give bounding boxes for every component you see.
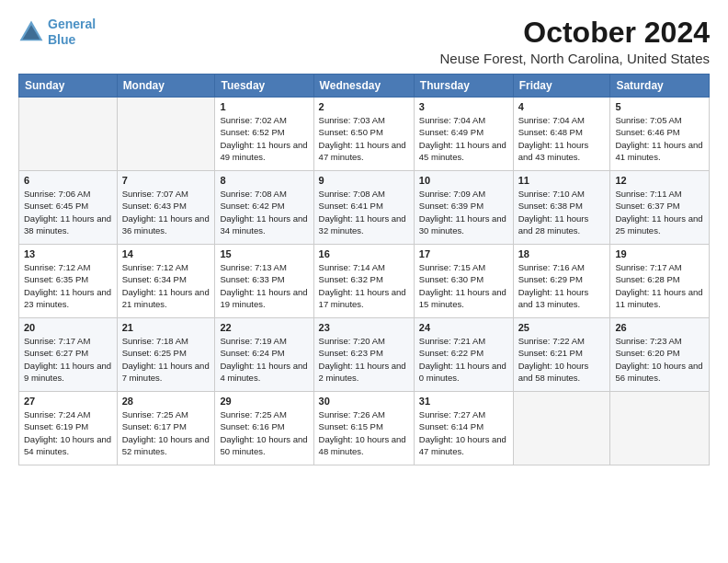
day-number: 29 xyxy=(220,396,308,407)
day-number: 12 xyxy=(615,175,704,186)
subtitle: Neuse Forest, North Carolina, United Sta… xyxy=(440,51,710,66)
day-number: 27 xyxy=(24,396,112,407)
day-header-wednesday: Wednesday xyxy=(313,75,414,98)
calendar-cell: 17Sunrise: 7:15 AM Sunset: 6:30 PM Dayli… xyxy=(414,245,513,318)
calendar-cell: 15Sunrise: 7:13 AM Sunset: 6:33 PM Dayli… xyxy=(215,245,313,318)
logo-line1: General xyxy=(48,17,96,31)
calendar-week-1: 1Sunrise: 7:02 AM Sunset: 6:52 PM Daylig… xyxy=(19,98,710,171)
calendar-cell: 27Sunrise: 7:24 AM Sunset: 6:19 PM Dayli… xyxy=(19,392,118,465)
day-number: 19 xyxy=(615,248,704,259)
calendar-cell xyxy=(610,392,710,465)
day-number: 1 xyxy=(220,101,308,112)
calendar-week-4: 20Sunrise: 7:17 AM Sunset: 6:27 PM Dayli… xyxy=(19,318,710,392)
day-number: 25 xyxy=(518,322,606,333)
day-info: Sunrise: 7:18 AM Sunset: 6:25 PM Dayligh… xyxy=(122,335,210,384)
calendar-cell: 6Sunrise: 7:06 AM Sunset: 6:45 PM Daylig… xyxy=(19,171,118,245)
calendar-cell: 3Sunrise: 7:04 AM Sunset: 6:49 PM Daylig… xyxy=(414,98,513,171)
day-number: 4 xyxy=(518,101,606,112)
day-number: 5 xyxy=(615,101,704,112)
calendar-cell: 14Sunrise: 7:12 AM Sunset: 6:34 PM Dayli… xyxy=(117,245,215,318)
day-number: 28 xyxy=(122,396,210,407)
day-number: 11 xyxy=(518,175,606,186)
day-header-monday: Monday xyxy=(117,75,215,98)
calendar-cell xyxy=(19,98,118,171)
day-info: Sunrise: 7:05 AM Sunset: 6:46 PM Dayligh… xyxy=(615,114,704,163)
day-number: 24 xyxy=(419,322,508,333)
day-number: 31 xyxy=(419,396,508,407)
day-info: Sunrise: 7:21 AM Sunset: 6:22 PM Dayligh… xyxy=(419,335,508,384)
day-number: 2 xyxy=(319,101,409,112)
day-number: 18 xyxy=(518,248,606,259)
day-info: Sunrise: 7:26 AM Sunset: 6:15 PM Dayligh… xyxy=(319,408,409,457)
calendar-cell xyxy=(513,392,610,465)
main-title: October 2024 xyxy=(440,17,710,49)
day-info: Sunrise: 7:10 AM Sunset: 6:38 PM Dayligh… xyxy=(518,188,606,236)
day-info: Sunrise: 7:03 AM Sunset: 6:50 PM Dayligh… xyxy=(319,114,409,163)
calendar-cell: 29Sunrise: 7:25 AM Sunset: 6:16 PM Dayli… xyxy=(215,392,313,465)
calendar-cell: 19Sunrise: 7:17 AM Sunset: 6:28 PM Dayli… xyxy=(610,245,710,318)
day-number: 6 xyxy=(24,175,112,186)
calendar-cell: 9Sunrise: 7:08 AM Sunset: 6:41 PM Daylig… xyxy=(313,171,414,245)
day-info: Sunrise: 7:15 AM Sunset: 6:30 PM Dayligh… xyxy=(419,261,508,310)
calendar-cell: 22Sunrise: 7:19 AM Sunset: 6:24 PM Dayli… xyxy=(215,318,313,392)
day-number: 20 xyxy=(24,322,112,333)
day-info: Sunrise: 7:27 AM Sunset: 6:14 PM Dayligh… xyxy=(419,408,508,457)
day-header-thursday: Thursday xyxy=(414,75,513,98)
logo: General Blue xyxy=(18,17,96,48)
day-info: Sunrise: 7:23 AM Sunset: 6:20 PM Dayligh… xyxy=(615,335,704,384)
day-info: Sunrise: 7:16 AM Sunset: 6:29 PM Dayligh… xyxy=(518,261,606,310)
day-number: 10 xyxy=(419,175,508,186)
calendar-week-3: 13Sunrise: 7:12 AM Sunset: 6:35 PM Dayli… xyxy=(19,245,710,318)
day-header-friday: Friday xyxy=(513,75,610,98)
day-info: Sunrise: 7:22 AM Sunset: 6:21 PM Dayligh… xyxy=(518,335,606,384)
day-info: Sunrise: 7:04 AM Sunset: 6:49 PM Dayligh… xyxy=(419,114,508,163)
day-number: 22 xyxy=(220,322,308,333)
day-header-tuesday: Tuesday xyxy=(215,75,313,98)
day-info: Sunrise: 7:14 AM Sunset: 6:32 PM Dayligh… xyxy=(319,261,409,310)
day-info: Sunrise: 7:25 AM Sunset: 6:17 PM Dayligh… xyxy=(122,408,210,457)
calendar-cell: 8Sunrise: 7:08 AM Sunset: 6:42 PM Daylig… xyxy=(215,171,313,245)
day-info: Sunrise: 7:09 AM Sunset: 6:39 PM Dayligh… xyxy=(419,188,508,236)
calendar-cell: 11Sunrise: 7:10 AM Sunset: 6:38 PM Dayli… xyxy=(513,171,610,245)
calendar-cell: 1Sunrise: 7:02 AM Sunset: 6:52 PM Daylig… xyxy=(215,98,313,171)
day-number: 14 xyxy=(122,248,210,259)
day-info: Sunrise: 7:24 AM Sunset: 6:19 PM Dayligh… xyxy=(24,408,112,457)
logo-text: General Blue xyxy=(48,17,96,48)
day-number: 21 xyxy=(122,322,210,333)
calendar-cell: 25Sunrise: 7:22 AM Sunset: 6:21 PM Dayli… xyxy=(513,318,610,392)
calendar-cell: 20Sunrise: 7:17 AM Sunset: 6:27 PM Dayli… xyxy=(19,318,118,392)
header: General Blue October 2024 Neuse Forest, … xyxy=(18,17,710,66)
day-info: Sunrise: 7:17 AM Sunset: 6:27 PM Dayligh… xyxy=(24,335,112,384)
day-number: 23 xyxy=(319,322,409,333)
calendar-cell: 24Sunrise: 7:21 AM Sunset: 6:22 PM Dayli… xyxy=(414,318,513,392)
calendar-cell: 23Sunrise: 7:20 AM Sunset: 6:23 PM Dayli… xyxy=(313,318,414,392)
day-header-saturday: Saturday xyxy=(610,75,710,98)
title-block: October 2024 Neuse Forest, North Carolin… xyxy=(440,17,710,66)
calendar-cell: 4Sunrise: 7:04 AM Sunset: 6:48 PM Daylig… xyxy=(513,98,610,171)
day-number: 7 xyxy=(122,175,210,186)
day-info: Sunrise: 7:19 AM Sunset: 6:24 PM Dayligh… xyxy=(220,335,308,384)
day-number: 17 xyxy=(419,248,508,259)
day-info: Sunrise: 7:17 AM Sunset: 6:28 PM Dayligh… xyxy=(615,261,704,310)
logo-line2: Blue xyxy=(48,32,75,47)
calendar-week-2: 6Sunrise: 7:06 AM Sunset: 6:45 PM Daylig… xyxy=(19,171,710,245)
calendar-table: SundayMondayTuesdayWednesdayThursdayFrid… xyxy=(18,74,710,465)
day-info: Sunrise: 7:12 AM Sunset: 6:35 PM Dayligh… xyxy=(24,261,112,310)
page: General Blue October 2024 Neuse Forest, … xyxy=(0,0,728,563)
day-number: 3 xyxy=(419,101,508,112)
calendar-header-row: SundayMondayTuesdayWednesdayThursdayFrid… xyxy=(19,75,710,98)
calendar-cell: 10Sunrise: 7:09 AM Sunset: 6:39 PM Dayli… xyxy=(414,171,513,245)
day-number: 8 xyxy=(220,175,308,186)
day-number: 13 xyxy=(24,248,112,259)
day-info: Sunrise: 7:08 AM Sunset: 6:42 PM Dayligh… xyxy=(220,188,308,236)
calendar-cell: 16Sunrise: 7:14 AM Sunset: 6:32 PM Dayli… xyxy=(313,245,414,318)
day-number: 26 xyxy=(615,322,704,333)
day-info: Sunrise: 7:06 AM Sunset: 6:45 PM Dayligh… xyxy=(24,188,112,236)
calendar-cell: 7Sunrise: 7:07 AM Sunset: 6:43 PM Daylig… xyxy=(117,171,215,245)
day-info: Sunrise: 7:13 AM Sunset: 6:33 PM Dayligh… xyxy=(220,261,308,310)
day-info: Sunrise: 7:07 AM Sunset: 6:43 PM Dayligh… xyxy=(122,188,210,236)
day-number: 16 xyxy=(319,248,409,259)
day-info: Sunrise: 7:08 AM Sunset: 6:41 PM Dayligh… xyxy=(319,188,409,236)
calendar-week-5: 27Sunrise: 7:24 AM Sunset: 6:19 PM Dayli… xyxy=(19,392,710,465)
calendar-cell: 26Sunrise: 7:23 AM Sunset: 6:20 PM Dayli… xyxy=(610,318,710,392)
